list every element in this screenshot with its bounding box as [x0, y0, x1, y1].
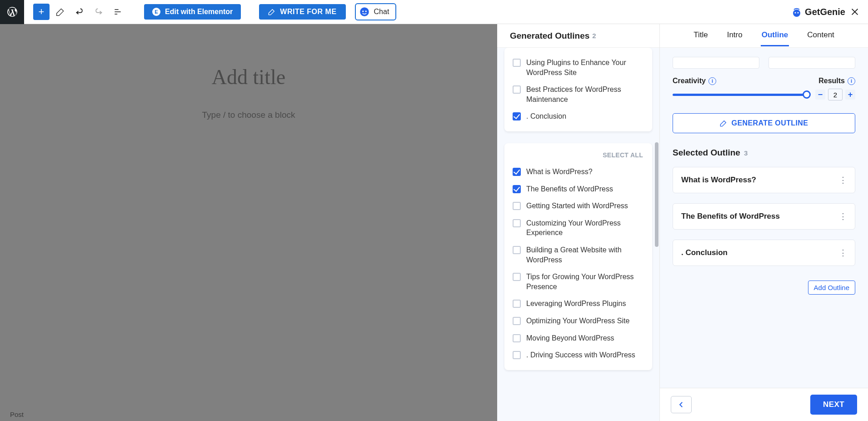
genie-chat-icon: [359, 6, 370, 18]
kebab-menu-icon[interactable]: ⋮: [839, 251, 847, 254]
add-block-button[interactable]: +: [33, 4, 50, 20]
write-label: WRITE FOR ME: [280, 8, 336, 16]
chat-button[interactable]: Chat: [355, 3, 397, 20]
svg-point-5: [798, 12, 799, 13]
top-toolbar: + E Edit with Elementor WRITE FOR ME Cha…: [0, 0, 868, 24]
decrement-button[interactable]: −: [815, 90, 825, 100]
next-button[interactable]: NEXT: [810, 395, 857, 415]
selected-item-text: . Conclusion: [681, 248, 728, 257]
selected-outline-item[interactable]: What is WordPress?⋮: [673, 167, 855, 193]
wordpress-logo[interactable]: [0, 0, 24, 24]
editor-canvas[interactable]: Add title Type / to choose a block Post: [0, 24, 497, 421]
outline-checkbox[interactable]: [513, 246, 521, 254]
selected-heading: Selected Outline 3: [660, 137, 868, 162]
selected-outline-item[interactable]: . Conclusion⋮: [673, 240, 855, 266]
pencil-tool-button[interactable]: [52, 4, 69, 20]
outline-checkbox[interactable]: [513, 112, 521, 120]
add-outline-button[interactable]: Add Outline: [808, 281, 855, 295]
outline-checkbox[interactable]: [513, 59, 521, 67]
generated-count: 2: [592, 32, 596, 40]
selected-list: What is WordPress?⋮The Benefits of WordP…: [660, 162, 868, 281]
slider-knob[interactable]: [803, 90, 811, 99]
kebab-menu-icon[interactable]: ⋮: [839, 215, 847, 218]
results-value[interactable]: 2: [828, 89, 843, 100]
selected-count: 3: [744, 149, 748, 157]
selected-heading-text: Selected Outline: [673, 148, 740, 158]
outline-checkbox[interactable]: [513, 273, 521, 281]
svg-point-4: [795, 12, 796, 13]
chevron-left-icon: [677, 401, 685, 409]
increment-button[interactable]: +: [845, 90, 855, 100]
outline-checkbox[interactable]: [513, 202, 521, 210]
block-placeholder[interactable]: Type / to choose a block: [0, 110, 497, 120]
generated-scroll[interactable]: Using Plugins to Enhance Your WordPress …: [497, 48, 659, 421]
elementor-label: Edit with Elementor: [165, 8, 233, 16]
outline-option-label: Building a Great Website with WordPress: [526, 245, 644, 265]
slider-row: − 2 +: [673, 89, 855, 100]
outline-option-row: Getting Started with WordPress: [511, 197, 646, 215]
outline-option-row: Tips for Growing Your WordPress Presence: [511, 268, 646, 295]
panel-footer: NEXT: [660, 388, 868, 421]
creativity-slider[interactable]: [673, 94, 806, 96]
generated-heading: Generated Outlines 2: [510, 31, 596, 41]
selected-item-text: What is WordPress?: [681, 175, 756, 185]
info-icon[interactable]: i: [848, 77, 855, 85]
scrollbar-thumb[interactable]: [655, 142, 658, 247]
outline-option-row: What is WordPress?: [511, 163, 646, 180]
main-wrap: Add title Type / to choose a block Post …: [0, 24, 868, 421]
outline-option-label: Customizing Your WordPress Experience: [526, 218, 644, 238]
outline-option-row: Using Plugins to Enhance Your WordPress …: [511, 54, 646, 81]
outline-card: Using Plugins to Enhance Your WordPress …: [504, 48, 652, 131]
outline-option-label: What is WordPress?: [526, 167, 593, 177]
results-label-text: Results: [818, 77, 845, 85]
editor-inner: Add title Type / to choose a block: [0, 24, 497, 120]
results-label: Results i: [818, 77, 855, 85]
outline-option-label: Tips for Growing Your WordPress Presence: [526, 272, 644, 291]
svg-point-1: [362, 10, 364, 12]
tab-title[interactable]: Title: [693, 25, 709, 46]
outline-option-row: Optimizing Your WordPress Site: [511, 312, 646, 330]
outline-checkbox[interactable]: [513, 351, 521, 359]
creativity-label: Creativity i: [673, 77, 716, 85]
post-title-input[interactable]: Add title: [0, 65, 497, 89]
edit-with-elementor-button[interactable]: E Edit with Elementor: [144, 4, 241, 20]
outline-option-row: Moving Beyond WordPress: [511, 330, 646, 347]
outline-checkbox[interactable]: [513, 334, 521, 342]
redo-button[interactable]: [90, 4, 107, 20]
select-all-button[interactable]: SELECT ALL: [511, 150, 646, 163]
undo-icon: [75, 7, 84, 16]
creativity-label-text: Creativity: [673, 77, 706, 85]
undo-button[interactable]: [71, 4, 88, 20]
close-panel-button[interactable]: [850, 7, 860, 17]
outline-option-label: Moving Beyond WordPress: [526, 333, 614, 343]
selected-outline-item[interactable]: The Benefits of WordPress⋮: [673, 203, 855, 230]
outline-checkbox[interactable]: [513, 185, 521, 193]
outline-checkbox[interactable]: [513, 219, 521, 227]
outline-option-row: Best Practices for WordPress Maintenance: [511, 81, 646, 108]
redo-icon: [94, 7, 103, 16]
outline-option-label: Getting Started with WordPress: [526, 201, 628, 211]
kebab-menu-icon[interactable]: ⋮: [839, 179, 847, 181]
outline-checkbox[interactable]: [513, 85, 521, 94]
info-icon[interactable]: i: [708, 77, 716, 85]
generate-outline-button[interactable]: GENERATE OUTLINE: [673, 113, 855, 133]
getgenie-panel: Generated Outlines 2 Using Plugins to En…: [497, 24, 868, 421]
post-type-footer: Post: [10, 411, 24, 418]
outline-checkbox[interactable]: [513, 168, 521, 176]
outline-checkbox[interactable]: [513, 300, 521, 308]
outline-checkbox[interactable]: [513, 317, 521, 325]
brand-area: GetGenie: [791, 0, 845, 24]
back-button[interactable]: [671, 396, 692, 413]
close-icon: [850, 7, 860, 17]
write-for-me-button[interactable]: WRITE FOR ME: [259, 4, 345, 20]
brand-name: GetGenie: [805, 7, 845, 17]
outline-option-label: The Benefits of WordPress: [526, 184, 613, 194]
details-button[interactable]: [110, 4, 126, 20]
tab-content[interactable]: Content: [806, 25, 835, 46]
generated-outlines-column: Generated Outlines 2 Using Plugins to En…: [497, 24, 660, 421]
tab-intro[interactable]: Intro: [726, 25, 743, 46]
outline-option-label: . Conclusion: [526, 111, 566, 121]
tab-outline[interactable]: Outline: [761, 25, 789, 46]
outline-option-row: . Conclusion: [511, 108, 646, 125]
pencil-icon: [56, 7, 65, 16]
